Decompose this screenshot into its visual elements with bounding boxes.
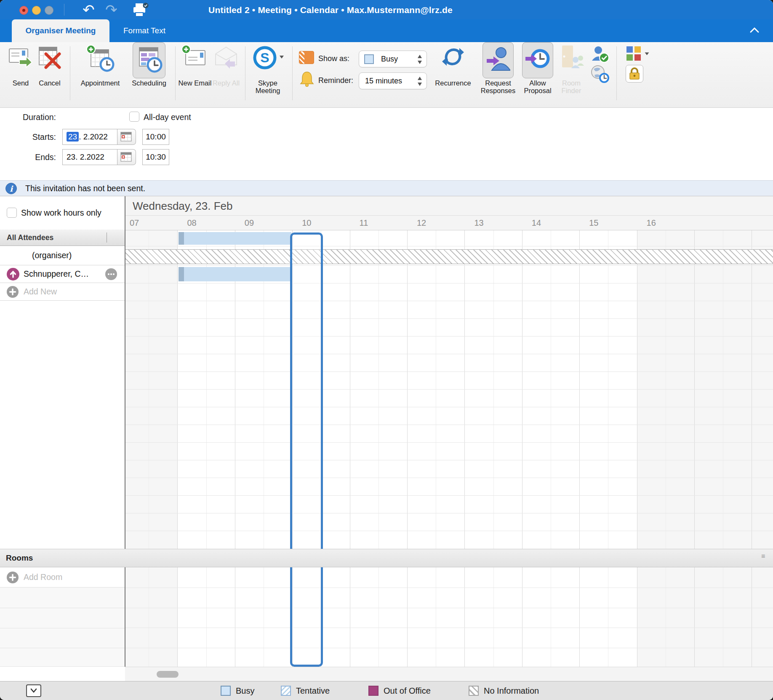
expand-button[interactable] bbox=[26, 684, 41, 697]
svg-text:S: S bbox=[261, 50, 269, 65]
scheduling-icon bbox=[135, 46, 163, 75]
skype-meeting-button[interactable]: S Skype Meeting bbox=[251, 42, 285, 108]
work-hours-checkbox[interactable] bbox=[7, 208, 17, 218]
hour-label: 16 bbox=[647, 216, 656, 230]
appointment-button[interactable]: Appointment bbox=[75, 42, 125, 108]
tab-organiser-meeting[interactable]: Organiser Meeting bbox=[12, 19, 109, 42]
day-header: Wednesday, 23. Feb bbox=[125, 196, 773, 216]
reminder-value: 15 minutes bbox=[365, 73, 402, 89]
recurrence-button[interactable]: Recurrence bbox=[430, 42, 476, 108]
ends-time-field[interactable]: 10:30 bbox=[142, 149, 169, 165]
ribbon-divider bbox=[245, 46, 245, 100]
row-gridline bbox=[125, 283, 773, 283]
half-hour-gridline bbox=[436, 230, 436, 549]
add-room-row[interactable]: Add Room bbox=[0, 567, 125, 588]
allow-proposal-label: Allow Proposal bbox=[518, 79, 557, 94]
window-title: Untitled 2 • Meeting • Calendar • Max.Mu… bbox=[0, 0, 661, 19]
panel-bottom-strip bbox=[0, 667, 125, 681]
time-zones-icon[interactable] bbox=[590, 65, 610, 85]
all-day-checkbox[interactable] bbox=[129, 112, 139, 122]
request-responses-label: Request Responses bbox=[479, 79, 517, 94]
room-row-gridline bbox=[125, 648, 773, 648]
attendee-row-schnupperer[interactable]: Schnupperer, C… bbox=[0, 265, 125, 283]
starts-time-field[interactable]: 10:00 bbox=[142, 129, 169, 145]
allow-proposal-button[interactable]: Allow Proposal bbox=[521, 42, 554, 108]
half-hour-gridline bbox=[206, 567, 207, 667]
row-gridline bbox=[125, 425, 773, 425]
ends-date-field[interactable]: 23. 2.2022 bbox=[62, 149, 117, 165]
scheduling-button[interactable]: Scheduling bbox=[127, 42, 171, 108]
categorize-dropdown-arrow[interactable] bbox=[644, 50, 650, 57]
ends-date-picker-button[interactable] bbox=[117, 149, 136, 165]
panel-grid-divider[interactable] bbox=[125, 196, 125, 667]
required-attendee-icon bbox=[7, 268, 19, 281]
no-information-band-organiser bbox=[125, 249, 773, 264]
scrollbar-thumb[interactable] bbox=[157, 671, 179, 678]
column-resize-handle[interactable] bbox=[107, 232, 107, 243]
show-as-select[interactable]: Busy bbox=[359, 51, 427, 67]
half-hour-gridline bbox=[264, 567, 264, 667]
hour-label: 11 bbox=[360, 216, 368, 230]
show-as-icon bbox=[299, 51, 314, 64]
add-new-attendee-row[interactable]: Add New bbox=[0, 283, 125, 301]
organiser-name: (organiser) bbox=[32, 246, 72, 265]
request-responses-button[interactable]: Request Responses bbox=[481, 42, 515, 108]
room-row-gridline bbox=[125, 628, 773, 628]
rooms-header-band: Rooms ≡ bbox=[0, 549, 773, 567]
hour-gridline bbox=[522, 230, 522, 549]
reminder-select[interactable]: 15 minutes bbox=[359, 72, 427, 89]
work-hours-section: Show work hours only bbox=[0, 196, 125, 230]
half-hour-gridline bbox=[666, 230, 666, 549]
legend-label: Out of Office bbox=[384, 681, 431, 700]
meeting-properties: Duration: 30 minutes All-day event Start… bbox=[0, 108, 773, 180]
starts-date-field[interactable]: 23. 2.2022 bbox=[62, 129, 117, 145]
attendee-status-icon[interactable] bbox=[591, 45, 610, 66]
ribbon: Send Cancel bbox=[0, 42, 773, 108]
hour-label: 15 bbox=[589, 216, 598, 230]
all-day-label: All-day event bbox=[144, 110, 191, 125]
row-gridline bbox=[125, 318, 773, 319]
attendee-row-organiser[interactable]: (organiser) bbox=[0, 246, 125, 265]
ribbon-divider bbox=[70, 46, 70, 100]
add-room-plus-icon bbox=[7, 572, 19, 583]
ribbon-divider bbox=[616, 46, 617, 100]
starts-date-picker-button[interactable] bbox=[117, 129, 136, 145]
grid-body[interactable] bbox=[125, 230, 773, 667]
room-finder-button: Room Finder bbox=[557, 42, 586, 108]
new-email-button[interactable]: New Email bbox=[180, 42, 210, 108]
non-work-hours-shading bbox=[125, 567, 177, 667]
tab-format-text[interactable]: Format Text bbox=[113, 19, 176, 42]
hour-gridline bbox=[637, 230, 637, 549]
chevron-down-icon bbox=[27, 685, 40, 696]
busy-block-schnupperer bbox=[179, 267, 291, 281]
stepper-arrows-icon[interactable] bbox=[417, 76, 423, 88]
work-hours-label: Show work hours only bbox=[21, 196, 101, 230]
categorize-button[interactable] bbox=[626, 45, 642, 63]
attendees-panel: Show work hours only All Attendees (orga… bbox=[0, 196, 125, 681]
room-rows bbox=[0, 588, 125, 667]
tentative-legend-swatch-icon bbox=[281, 686, 291, 696]
allow-proposal-pressed-box bbox=[522, 42, 553, 78]
stepper-arrows-icon[interactable] bbox=[417, 54, 423, 67]
row-gridline bbox=[125, 478, 773, 478]
hour-gridline bbox=[752, 230, 752, 549]
hour-label: 09 bbox=[245, 216, 254, 230]
skype-dropdown-arrow[interactable] bbox=[279, 53, 285, 61]
lock-icon bbox=[626, 65, 643, 82]
hour-label: 14 bbox=[532, 216, 541, 230]
attendee-options-button[interactable] bbox=[105, 268, 117, 280]
add-room-label: Add Room bbox=[24, 567, 62, 587]
cancel-button[interactable]: Cancel bbox=[36, 42, 63, 108]
send-button[interactable]: Send bbox=[7, 42, 35, 108]
rooms-resize-grip[interactable]: ≡ bbox=[761, 554, 769, 562]
legend-label: No Information bbox=[484, 681, 539, 700]
private-button[interactable] bbox=[626, 65, 643, 83]
selected-time-slot[interactable] bbox=[290, 232, 323, 667]
horizontal-scrollbar[interactable] bbox=[125, 667, 773, 681]
cancel-icon bbox=[37, 45, 62, 71]
ribbon-tabbar: Organiser Meeting Format Text bbox=[0, 19, 773, 42]
hour-gridline bbox=[579, 567, 580, 667]
row-gridline bbox=[125, 246, 773, 246]
collapse-ribbon-button[interactable] bbox=[749, 26, 760, 36]
starts-label: Starts: bbox=[0, 129, 56, 145]
